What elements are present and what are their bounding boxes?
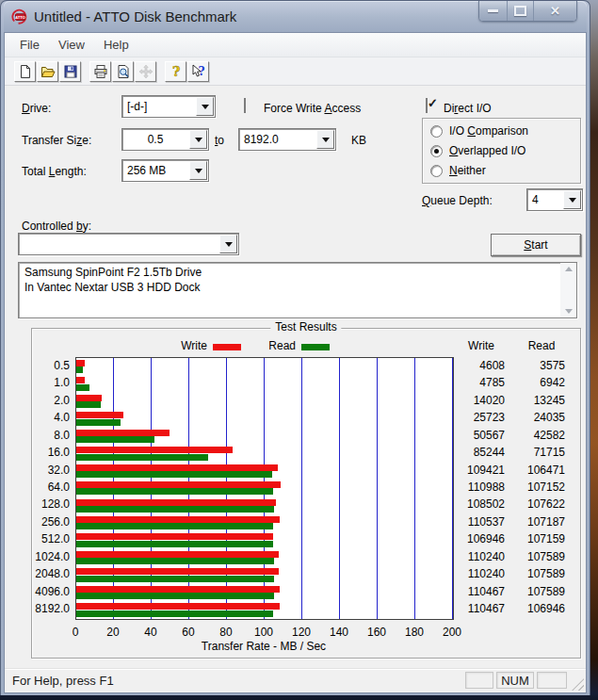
bar-read-64.0 <box>76 488 273 495</box>
bar-chart-plot-area <box>75 357 454 620</box>
bar-write-512.0 <box>76 533 273 540</box>
toolbar: ?? <box>5 57 586 86</box>
svg-text:ATTO: ATTO <box>15 14 26 19</box>
menu-item-help[interactable]: Help <box>94 35 138 55</box>
menu-item-file[interactable]: File <box>10 35 49 55</box>
queue-depth-label: Queue Depth: <box>422 194 493 207</box>
open-folder-icon <box>40 64 56 79</box>
force-write-access-checkbox[interactable] <box>244 98 246 113</box>
title-bar[interactable]: ATTO Untitled - ATTO Disk Benchmark ✕ <box>4 1 587 32</box>
bar-write-32.0 <box>76 464 278 471</box>
x-axis-title: Transfer Rate - MB / Sec <box>75 640 452 653</box>
bar-write-256.0 <box>76 516 280 523</box>
chevron-down-icon <box>195 169 202 173</box>
read-value-0.5: 3575 <box>488 359 565 373</box>
minimize-button[interactable] <box>479 1 508 21</box>
y-axis-tick-label: 0.5 <box>32 359 70 373</box>
bar-read-1.0 <box>76 384 89 391</box>
kb-unit-label: KB <box>351 134 366 147</box>
chevron-down-icon <box>195 138 202 142</box>
y-axis-tick-label: 1024.0 <box>32 550 70 564</box>
total-length-combobox[interactable]: 256 MB <box>121 159 209 182</box>
radio-i-o-comparison[interactable]: I/O Comparison <box>430 124 528 138</box>
read-value-4096.0: 107589 <box>488 585 565 599</box>
y-axis-tick-label: 64.0 <box>32 480 70 495</box>
scroll-down-icon[interactable] <box>565 309 573 314</box>
radio-overlapped-i-o[interactable]: Overlapped I/O <box>430 144 525 157</box>
total-length-value: 256 MB <box>122 160 188 181</box>
bar-read-8192.0 <box>76 610 273 617</box>
bar-write-8192.0 <box>76 603 280 610</box>
bar-read-4096.0 <box>76 593 274 599</box>
window-title: Untitled - ATTO Disk Benchmark <box>34 8 236 24</box>
status-indicator-cell: NUM <box>496 672 534 689</box>
y-axis-tick-label: 2.0 <box>32 394 70 408</box>
toolbar-button-open-folder[interactable] <box>37 61 58 82</box>
total-length-dropdown-button[interactable] <box>189 161 207 180</box>
bar-read-2048.0 <box>76 576 274 582</box>
start-button[interactable]: Start <box>491 234 581 256</box>
context-help-icon: ? <box>191 64 206 79</box>
read-value-1024.0: 107589 <box>488 550 565 564</box>
bar-read-4.0 <box>76 419 121 426</box>
bar-read-128.0 <box>76 506 274 513</box>
x-axis-tick-label: 160 <box>362 626 392 639</box>
y-axis-tick-label: 16.0 <box>32 446 70 460</box>
resize-grip-icon[interactable] <box>572 678 584 691</box>
bar-write-128.0 <box>76 499 276 506</box>
toolbar-button-print[interactable] <box>89 61 111 82</box>
description-textarea[interactable]: Samsung SpinPoint F2 1.5Tb DriveIn Vante… <box>18 262 577 318</box>
direct-io-checkbox[interactable] <box>426 98 428 113</box>
scroll-up-icon[interactable] <box>565 267 573 271</box>
x-axis-tick-label: 120 <box>286 626 316 639</box>
x-axis-tick-label: 80 <box>211 626 241 639</box>
description-line: Samsung SpinPoint F2 1.5Tb Drive <box>24 265 560 280</box>
maximize-button[interactable] <box>508 1 534 21</box>
queue-depth-value: 4 <box>527 189 562 210</box>
toolbar-button-context-help[interactable]: ? <box>187 61 209 82</box>
drive-combobox[interactable]: [-d-] <box>121 95 216 118</box>
radio-button-icon <box>430 165 443 177</box>
queue-depth-combobox[interactable]: 4 <box>526 188 583 211</box>
status-indicator-cells: NUM <box>465 672 567 689</box>
y-axis-tick-label: 256.0 <box>32 515 70 529</box>
minimize-icon <box>488 9 498 12</box>
toolbar-button-help[interactable]: ? <box>165 61 186 82</box>
transfer-size-to-combobox[interactable]: 8192.0 <box>238 128 336 151</box>
y-axis-tick-label: 1.0 <box>32 376 70 390</box>
close-button[interactable]: ✕ <box>534 1 576 21</box>
bar-read-256.0 <box>76 523 273 529</box>
menu-item-view[interactable]: View <box>49 35 94 55</box>
direct-io-label[interactable]: Direct I/O <box>444 102 492 115</box>
test-results-groupbox: Test Results Write Read Write Read Trans… <box>31 328 581 659</box>
toolbar-button-save[interactable] <box>59 61 81 82</box>
drive-dropdown-button[interactable] <box>196 97 214 116</box>
controlled-by-dropdown-button[interactable] <box>219 235 237 253</box>
transfer-size-label: Transfer Size: <box>22 134 91 147</box>
drive-label: Drive: <box>22 102 51 115</box>
transfer-size-from-combobox[interactable]: 0.5 <box>121 128 209 151</box>
menu-bar: FileViewHelp <box>5 33 586 57</box>
legend-read-swatch <box>301 344 330 350</box>
controlled-by-combobox[interactable] <box>18 233 239 255</box>
bar-read-2.0 <box>76 401 101 408</box>
transfer-size-to-dropdown-button[interactable] <box>316 130 334 149</box>
toolbar-button-move[interactable] <box>135 61 156 82</box>
status-indicator-cell <box>537 672 567 689</box>
bar-write-64.0 <box>76 481 281 488</box>
description-scrollbar[interactable] <box>560 263 576 317</box>
read-value-8.0: 42582 <box>488 429 565 443</box>
legend-write-label: Write <box>162 339 207 352</box>
chevron-down-icon <box>202 105 209 109</box>
read-value-64.0: 107152 <box>488 480 565 495</box>
toolbar-button-new-document[interactable] <box>14 61 36 82</box>
transfer-size-from-dropdown-button[interactable] <box>189 130 207 149</box>
radio-neither[interactable]: Neither <box>430 164 486 177</box>
y-axis-tick-label: 8.0 <box>32 429 70 443</box>
toolbar-button-print-preview[interactable] <box>112 61 134 82</box>
read-value-32.0: 106471 <box>488 464 565 478</box>
controlled-by-value <box>19 234 218 254</box>
force-write-access-label[interactable]: Force Write Access <box>264 102 361 115</box>
queue-depth-dropdown-button[interactable] <box>563 190 581 209</box>
y-axis-tick-label: 4096.0 <box>32 585 70 599</box>
